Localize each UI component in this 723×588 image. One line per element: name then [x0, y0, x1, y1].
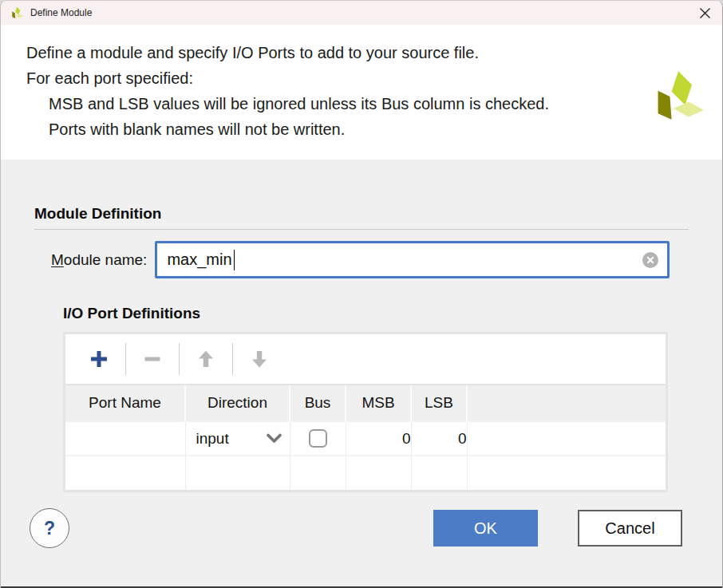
window-title: Define Module: [30, 7, 92, 18]
port-row-empty: [65, 456, 666, 490]
question-mark-icon: ?: [44, 518, 55, 539]
module-definition-heading: Module Definition: [34, 205, 689, 223]
arrow-down-icon: [250, 349, 269, 369]
direction-cell[interactable]: [185, 456, 290, 490]
port-name-cell[interactable]: [65, 421, 185, 456]
bus-cell: [290, 421, 346, 456]
column-header-port-name: Port Name: [65, 385, 185, 421]
plus-icon: [89, 349, 109, 369]
ports-table: Port Name Direction Bus MSB LSB input: [65, 385, 666, 490]
dialog-body: Module Definition Module name: max_min I…: [1, 205, 722, 548]
ports-header-row: Port Name Direction Bus MSB LSB: [65, 385, 666, 421]
move-port-down-button[interactable]: [241, 341, 278, 377]
titlebar: Define Module: [1, 1, 722, 25]
module-name-label: Module name:: [51, 251, 147, 269]
minus-icon: [143, 349, 162, 369]
chevron-down-icon: [267, 433, 282, 444]
remove-port-button[interactable]: [134, 341, 171, 377]
clear-input-button[interactable]: [642, 251, 659, 269]
toolbar-separator: [125, 343, 126, 375]
module-name-value: max_min: [167, 251, 231, 269]
action-buttons: OK Cancel: [433, 510, 682, 547]
port-row: input 0 0: [65, 421, 666, 456]
lsb-cell[interactable]: [411, 456, 467, 490]
bus-cell: [290, 456, 346, 490]
description-line: Define a module and specify I/O Ports to…: [26, 40, 634, 65]
msb-cell[interactable]: 0: [346, 421, 411, 456]
bus-checkbox[interactable]: [309, 429, 327, 448]
section-divider: [34, 229, 689, 230]
description-line: For each port specified:: [26, 65, 634, 91]
ok-button[interactable]: OK: [433, 510, 538, 547]
close-icon: [699, 7, 711, 19]
io-ports-panel: Port Name Direction Bus MSB LSB input: [63, 332, 668, 492]
vivado-logo-icon: [10, 6, 23, 19]
dialog-footer: ? OK Cancel: [30, 508, 682, 548]
description-line: MSB and LSB values will be ignored unles…: [26, 91, 634, 116]
module-name-input[interactable]: max_min: [155, 241, 670, 278]
move-port-up-button[interactable]: [188, 341, 224, 377]
filler-cell: [467, 456, 666, 490]
column-header-empty: [467, 385, 666, 421]
text-caret: [234, 250, 235, 270]
vivado-logo: [650, 68, 705, 124]
dialog-description: Define a module and specify I/O Ports to…: [1, 25, 722, 160]
port-name-cell[interactable]: [65, 456, 185, 490]
help-button[interactable]: ?: [30, 508, 69, 548]
toolbar-separator: [232, 343, 233, 375]
cancel-button[interactable]: Cancel: [578, 510, 682, 547]
direction-value: input: [196, 430, 229, 448]
clear-circle-x-icon: [642, 251, 659, 269]
define-module-dialog: Define Module Define a module and specif…: [0, 0, 723, 588]
msb-cell[interactable]: [346, 456, 411, 490]
direction-cell[interactable]: input: [185, 421, 290, 456]
toolbar-separator: [179, 343, 180, 375]
filler-cell: [467, 421, 666, 456]
column-header-lsb: LSB: [411, 385, 467, 421]
column-header-bus: Bus: [290, 385, 346, 421]
column-header-msb: MSB: [346, 385, 411, 421]
close-button[interactable]: [687, 1, 722, 25]
lsb-cell[interactable]: 0: [411, 421, 467, 456]
column-header-direction: Direction: [185, 385, 290, 421]
direction-dropdown[interactable]: input: [186, 430, 290, 448]
add-port-button[interactable]: [81, 341, 117, 377]
ports-toolbar: [65, 334, 666, 384]
arrow-up-icon: [196, 349, 215, 369]
io-port-definitions-heading: I/O Port Definitions: [63, 305, 722, 322]
description-line: Ports with blank names will not be writt…: [26, 116, 634, 142]
module-name-row: Module name: max_min: [51, 241, 670, 278]
